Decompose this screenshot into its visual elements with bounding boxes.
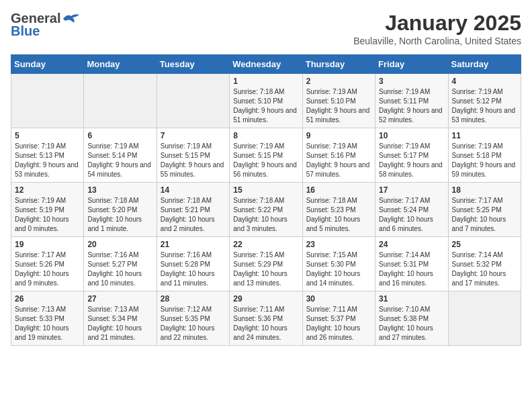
day-header-thursday: Thursday bbox=[302, 55, 375, 74]
calendar-cell: 27Sunrise: 7:13 AMSunset: 5:34 PMDayligh… bbox=[84, 291, 157, 346]
day-info: Sunrise: 7:13 AMSunset: 5:34 PMDaylight:… bbox=[87, 305, 152, 342]
logo: General Blue bbox=[11, 11, 81, 39]
calendar-cell: 29Sunrise: 7:11 AMSunset: 5:36 PMDayligh… bbox=[230, 291, 302, 346]
day-info: Sunrise: 7:18 AMSunset: 5:10 PMDaylight:… bbox=[233, 87, 298, 125]
calendar-week-row: 12Sunrise: 7:19 AMSunset: 5:19 PMDayligh… bbox=[11, 183, 521, 237]
day-number: 16 bbox=[306, 185, 371, 195]
day-info: Sunrise: 7:13 AMSunset: 5:33 PMDaylight:… bbox=[15, 305, 80, 342]
day-header-sunday: Sunday bbox=[11, 55, 84, 74]
calendar-cell: 17Sunrise: 7:17 AMSunset: 5:24 PMDayligh… bbox=[375, 183, 448, 237]
calendar-cell: 5Sunrise: 7:19 AMSunset: 5:13 PMDaylight… bbox=[11, 128, 84, 183]
day-number: 10 bbox=[379, 131, 444, 140]
calendar-cell bbox=[448, 291, 521, 346]
day-info: Sunrise: 7:19 AMSunset: 5:19 PMDaylight:… bbox=[15, 196, 80, 234]
calendar-week-row: 19Sunrise: 7:17 AMSunset: 5:26 PMDayligh… bbox=[11, 237, 521, 291]
title-block: January 2025 Beulaville, North Carolina,… bbox=[353, 11, 521, 46]
calendar-cell: 15Sunrise: 7:18 AMSunset: 5:22 PMDayligh… bbox=[230, 183, 302, 237]
logo-blue-text: Blue bbox=[11, 24, 40, 39]
day-info: Sunrise: 7:19 AMSunset: 5:11 PMDaylight:… bbox=[379, 87, 444, 125]
day-info: Sunrise: 7:14 AMSunset: 5:32 PMDaylight:… bbox=[452, 250, 517, 288]
calendar-cell: 4Sunrise: 7:19 AMSunset: 5:12 PMDaylight… bbox=[448, 74, 521, 128]
day-number: 28 bbox=[161, 294, 226, 304]
day-number: 14 bbox=[161, 185, 226, 195]
calendar-cell: 19Sunrise: 7:17 AMSunset: 5:26 PMDayligh… bbox=[11, 237, 84, 291]
calendar-cell: 1Sunrise: 7:18 AMSunset: 5:10 PMDaylight… bbox=[230, 74, 302, 128]
calendar-cell: 28Sunrise: 7:12 AMSunset: 5:35 PMDayligh… bbox=[157, 291, 229, 346]
day-header-wednesday: Wednesday bbox=[230, 55, 302, 74]
day-info: Sunrise: 7:19 AMSunset: 5:16 PMDaylight:… bbox=[306, 142, 371, 179]
day-info: Sunrise: 7:12 AMSunset: 5:35 PMDaylight:… bbox=[161, 305, 226, 342]
day-header-saturday: Saturday bbox=[448, 55, 521, 74]
day-number: 23 bbox=[306, 240, 371, 249]
calendar-cell: 25Sunrise: 7:14 AMSunset: 5:32 PMDayligh… bbox=[448, 237, 521, 291]
day-info: Sunrise: 7:19 AMSunset: 5:10 PMDaylight:… bbox=[306, 87, 371, 125]
calendar-cell: 9Sunrise: 7:19 AMSunset: 5:16 PMDaylight… bbox=[302, 128, 375, 183]
day-number: 7 bbox=[161, 131, 226, 140]
day-header-tuesday: Tuesday bbox=[157, 55, 229, 74]
day-number: 22 bbox=[233, 240, 298, 249]
day-number: 29 bbox=[233, 294, 298, 304]
day-info: Sunrise: 7:19 AMSunset: 5:17 PMDaylight:… bbox=[379, 142, 444, 179]
location-text: Beulaville, North Carolina, United State… bbox=[353, 36, 521, 46]
day-info: Sunrise: 7:18 AMSunset: 5:20 PMDaylight:… bbox=[87, 196, 152, 234]
day-info: Sunrise: 7:19 AMSunset: 5:18 PMDaylight:… bbox=[452, 142, 517, 179]
calendar-cell: 30Sunrise: 7:11 AMSunset: 5:37 PMDayligh… bbox=[302, 291, 375, 346]
calendar-header-row: SundayMondayTuesdayWednesdayThursdayFrid… bbox=[11, 55, 521, 74]
calendar-cell: 20Sunrise: 7:16 AMSunset: 5:27 PMDayligh… bbox=[84, 237, 157, 291]
day-number: 2 bbox=[306, 77, 371, 86]
calendar-cell: 12Sunrise: 7:19 AMSunset: 5:19 PMDayligh… bbox=[11, 183, 84, 237]
day-info: Sunrise: 7:11 AMSunset: 5:37 PMDaylight:… bbox=[306, 305, 371, 342]
day-info: Sunrise: 7:10 AMSunset: 5:38 PMDaylight:… bbox=[379, 305, 444, 342]
day-number: 31 bbox=[379, 294, 444, 304]
day-info: Sunrise: 7:11 AMSunset: 5:36 PMDaylight:… bbox=[233, 305, 298, 342]
day-info: Sunrise: 7:19 AMSunset: 5:12 PMDaylight:… bbox=[452, 87, 517, 125]
calendar-week-row: 26Sunrise: 7:13 AMSunset: 5:33 PMDayligh… bbox=[11, 291, 521, 346]
calendar-week-row: 5Sunrise: 7:19 AMSunset: 5:13 PMDaylight… bbox=[11, 128, 521, 183]
day-info: Sunrise: 7:19 AMSunset: 5:15 PMDaylight:… bbox=[233, 142, 298, 179]
day-info: Sunrise: 7:17 AMSunset: 5:24 PMDaylight:… bbox=[379, 196, 444, 234]
day-number: 4 bbox=[452, 77, 517, 86]
day-info: Sunrise: 7:18 AMSunset: 5:23 PMDaylight:… bbox=[306, 196, 371, 234]
logo-bird-icon bbox=[62, 12, 81, 26]
day-info: Sunrise: 7:19 AMSunset: 5:14 PMDaylight:… bbox=[87, 142, 152, 179]
day-number: 17 bbox=[379, 185, 444, 195]
day-header-monday: Monday bbox=[84, 55, 157, 74]
calendar-cell: 6Sunrise: 7:19 AMSunset: 5:14 PMDaylight… bbox=[84, 128, 157, 183]
day-number: 19 bbox=[15, 240, 80, 249]
day-number: 5 bbox=[15, 131, 80, 140]
day-info: Sunrise: 7:19 AMSunset: 5:13 PMDaylight:… bbox=[15, 142, 80, 179]
day-info: Sunrise: 7:16 AMSunset: 5:27 PMDaylight:… bbox=[87, 250, 152, 288]
day-number: 30 bbox=[306, 294, 371, 304]
day-info: Sunrise: 7:18 AMSunset: 5:21 PMDaylight:… bbox=[161, 196, 226, 234]
calendar-cell: 16Sunrise: 7:18 AMSunset: 5:23 PMDayligh… bbox=[302, 183, 375, 237]
day-info: Sunrise: 7:15 AMSunset: 5:29 PMDaylight:… bbox=[233, 250, 298, 288]
calendar-cell: 14Sunrise: 7:18 AMSunset: 5:21 PMDayligh… bbox=[157, 183, 229, 237]
day-number: 20 bbox=[87, 240, 152, 249]
day-number: 18 bbox=[452, 185, 517, 195]
day-number: 9 bbox=[306, 131, 371, 140]
page-header: General Blue January 2025 Beulaville, No… bbox=[11, 11, 521, 46]
calendar-cell: 26Sunrise: 7:13 AMSunset: 5:33 PMDayligh… bbox=[11, 291, 84, 346]
day-header-friday: Friday bbox=[375, 55, 448, 74]
calendar-cell: 23Sunrise: 7:15 AMSunset: 5:30 PMDayligh… bbox=[302, 237, 375, 291]
calendar-cell: 10Sunrise: 7:19 AMSunset: 5:17 PMDayligh… bbox=[375, 128, 448, 183]
calendar-cell bbox=[157, 74, 229, 128]
calendar-cell: 21Sunrise: 7:16 AMSunset: 5:28 PMDayligh… bbox=[157, 237, 229, 291]
day-number: 3 bbox=[379, 77, 444, 86]
day-info: Sunrise: 7:17 AMSunset: 5:26 PMDaylight:… bbox=[15, 250, 80, 288]
day-number: 21 bbox=[161, 240, 226, 249]
calendar-cell: 2Sunrise: 7:19 AMSunset: 5:10 PMDaylight… bbox=[302, 74, 375, 128]
calendar-cell: 11Sunrise: 7:19 AMSunset: 5:18 PMDayligh… bbox=[448, 128, 521, 183]
month-title: January 2025 bbox=[353, 11, 521, 36]
day-number: 11 bbox=[452, 131, 517, 140]
calendar-cell: 13Sunrise: 7:18 AMSunset: 5:20 PMDayligh… bbox=[84, 183, 157, 237]
day-number: 1 bbox=[233, 77, 298, 86]
calendar-cell: 18Sunrise: 7:17 AMSunset: 5:25 PMDayligh… bbox=[448, 183, 521, 237]
day-info: Sunrise: 7:14 AMSunset: 5:31 PMDaylight:… bbox=[379, 250, 444, 288]
calendar-cell: 22Sunrise: 7:15 AMSunset: 5:29 PMDayligh… bbox=[230, 237, 302, 291]
calendar-cell: 3Sunrise: 7:19 AMSunset: 5:11 PMDaylight… bbox=[375, 74, 448, 128]
day-number: 26 bbox=[15, 294, 80, 304]
day-number: 25 bbox=[452, 240, 517, 249]
day-number: 15 bbox=[233, 185, 298, 195]
calendar-cell bbox=[84, 74, 157, 128]
